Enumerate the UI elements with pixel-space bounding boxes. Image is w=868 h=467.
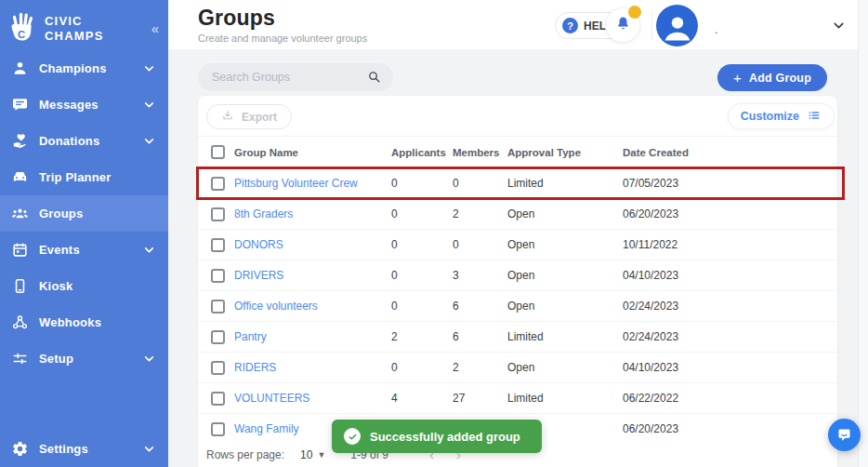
sidebar-item-trip-planner[interactable]: Trip Planner	[0, 159, 168, 195]
approval-type-cell: Open	[507, 207, 623, 220]
setup-icon	[11, 350, 29, 367]
group-name-link[interactable]: DONORS	[234, 238, 391, 251]
table-row[interactable]: RIDERS 0 2 Open 04/10/2023	[198, 352, 837, 382]
success-toast: Successfully added group	[332, 420, 542, 453]
group-name-link[interactable]: VOLUNTEERS	[234, 392, 391, 405]
check-circle-icon	[344, 428, 361, 445]
sidebar-item-champions[interactable]: Champions	[0, 50, 168, 87]
download-icon	[221, 109, 234, 125]
group-name-link[interactable]: RIDERS	[234, 361, 391, 374]
group-name-link[interactable]: Pantry	[234, 330, 391, 343]
row-checkbox[interactable]	[211, 300, 225, 314]
date-created-cell: 07/05/2023	[623, 177, 837, 190]
sidebar-item-groups[interactable]: Groups	[0, 195, 168, 232]
sidebar-item-donations[interactable]: Donations	[0, 123, 168, 159]
approval-type-cell: Limited	[507, 177, 623, 190]
table-row[interactable]: DONORS 0 0 Open 10/11/2022	[198, 229, 837, 260]
events-icon	[11, 241, 29, 259]
notification-badge	[628, 6, 641, 19]
row-checkbox[interactable]	[211, 330, 225, 344]
trip-planner-icon	[11, 168, 29, 186]
topbar-divider	[651, 10, 652, 40]
group-name-link[interactable]: Pittsburg Volunteer Crew	[234, 177, 391, 190]
notifications-button[interactable]	[605, 7, 640, 43]
user-menu-chevron-down-icon[interactable]	[831, 18, 847, 33]
members-cell: 6	[453, 300, 507, 313]
table-row[interactable]: DRIVERS 0 3 Open 04/10/2023	[198, 260, 837, 290]
column-header-group-name[interactable]: Group Name	[234, 147, 391, 158]
row-checkbox[interactable]	[211, 177, 225, 191]
column-header-members[interactable]: Members	[453, 147, 507, 158]
plus-icon: +	[733, 70, 742, 86]
add-group-label: Add Group	[749, 72, 811, 85]
export-label: Export	[242, 111, 277, 124]
page-title: Groups	[198, 6, 367, 31]
group-name-link[interactable]: 8th Graders	[234, 207, 391, 220]
groups-table-card: Export Customize Group Name Applicants M…	[198, 96, 837, 467]
sidebar-item-settings[interactable]: Settings	[0, 431, 168, 467]
champion-person-icon	[11, 60, 29, 77]
customize-button[interactable]: Customize	[728, 103, 835, 129]
table-row[interactable]: VOLUNTEERS 4 27 Limited 06/22/2022	[198, 382, 837, 413]
chevron-down-icon	[143, 353, 155, 365]
messages-icon	[11, 96, 29, 113]
column-header-date-created[interactable]: Date Created	[623, 147, 837, 158]
row-checkbox[interactable]	[211, 269, 225, 283]
date-created-cell: 04/10/2023	[623, 361, 837, 374]
date-created-cell: 10/11/2022	[623, 238, 837, 251]
group-name-link[interactable]: Office volunteers	[234, 300, 391, 313]
table-row[interactable]: Office volunteers 0 6 Open 02/24/2023	[198, 290, 837, 321]
chevron-down-icon	[143, 443, 155, 455]
user-menu-text: .	[715, 22, 718, 36]
rows-per-page-select[interactable]: 10	[300, 448, 312, 461]
members-cell: 3	[453, 269, 507, 282]
applicants-cell: 0	[391, 361, 453, 374]
sidebar-bottom: Settings	[0, 431, 168, 467]
members-cell: 0	[453, 238, 507, 251]
applicants-cell: 0	[391, 300, 453, 313]
sidebar-item-webhooks[interactable]: Webhooks	[0, 304, 168, 340]
row-checkbox[interactable]	[211, 207, 225, 221]
applicants-cell: 0	[391, 269, 453, 282]
members-cell: 0	[453, 177, 507, 190]
sidebar-item-messages[interactable]: Messages	[0, 87, 168, 123]
row-checkbox[interactable]	[211, 361, 225, 375]
page-scrollbar[interactable]	[858, 0, 868, 467]
page-head: Groups Create and manage volunteer group…	[198, 6, 367, 44]
webhooks-icon	[11, 314, 29, 331]
column-header-applicants[interactable]: Applicants	[391, 147, 453, 158]
column-header-approval-type[interactable]: Approval Type	[507, 147, 623, 158]
customize-label: Customize	[741, 110, 799, 123]
date-created-cell: 06/20/2023	[623, 207, 837, 220]
dropdown-caret-icon[interactable]: ▼	[317, 450, 325, 460]
group-name-link[interactable]: DRIVERS	[234, 269, 391, 282]
sidebar-item-kiosk[interactable]: Kiosk	[0, 268, 168, 304]
table-row[interactable]: 8th Graders 0 2 Open 06/20/2023	[198, 198, 837, 229]
user-avatar[interactable]	[656, 5, 698, 47]
table-row[interactable]: Pantry 2 6 Limited 02/24/2023	[198, 321, 837, 352]
sidebar-item-setup[interactable]: Setup	[0, 340, 168, 377]
date-created-cell: 02/24/2023	[623, 330, 837, 343]
sidebar-collapse-icon[interactable]: «	[151, 20, 159, 36]
select-all-checkbox[interactable]	[211, 145, 225, 159]
sidebar-item-events[interactable]: Events	[0, 232, 168, 268]
row-checkbox[interactable]	[211, 422, 225, 436]
add-group-button[interactable]: + Add Group	[717, 64, 827, 91]
topbar: Groups Create and manage volunteer group…	[168, 0, 868, 49]
approval-type-cell: Open	[507, 269, 623, 282]
chevron-down-icon	[143, 99, 155, 111]
donations-icon	[11, 132, 29, 150]
row-checkbox[interactable]	[211, 238, 225, 252]
members-cell: 27	[453, 392, 507, 405]
approval-type-cell: Open	[507, 300, 623, 313]
export-button[interactable]: Export	[206, 104, 292, 129]
table-body: Pittsburg Volunteer Crew 0 0 Limited 07/…	[198, 167, 837, 444]
chat-launcher-button[interactable]	[828, 419, 861, 451]
svg-text:C: C	[18, 29, 25, 40]
members-cell: 6	[453, 330, 507, 343]
table-row[interactable]: Pittsburg Volunteer Crew 0 0 Limited 07/…	[198, 167, 837, 198]
groups-icon	[11, 205, 29, 222]
row-checkbox[interactable]	[211, 392, 225, 406]
search-input[interactable]	[212, 63, 361, 91]
search-icon[interactable]	[367, 70, 381, 84]
